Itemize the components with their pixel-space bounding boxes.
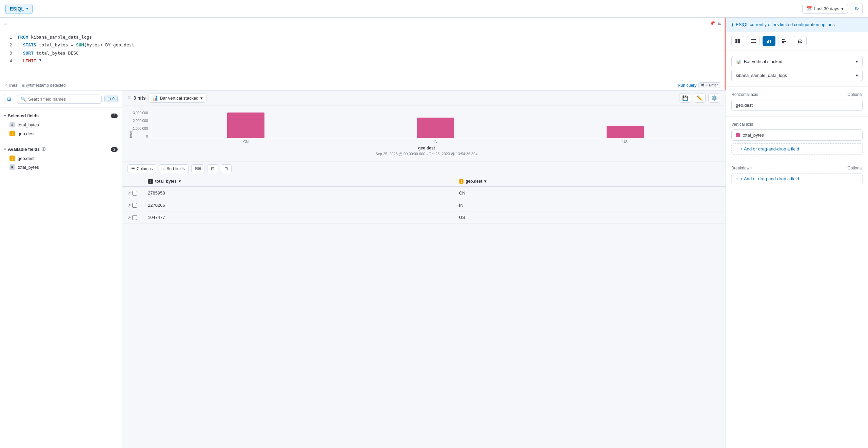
selected-fields-header[interactable]: ▾ Selected fields 2 [0, 111, 122, 120]
svg-rect-16 [800, 39, 801, 40]
svg-rect-15 [800, 41, 801, 43]
vertical-axis-field-label: total_bytes [743, 133, 764, 138]
bar-in-rect [417, 118, 454, 138]
esql-badge[interactable]: ES|QL ▾ [5, 4, 33, 14]
filter-badge[interactable]: ⊟ 0 [104, 96, 118, 102]
cell-total-bytes-1: 2785958 [142, 187, 454, 199]
table-row: ↗ 2785958 CN [122, 187, 726, 199]
th-geo-dest[interactable]: t geo.dest ▾ [454, 176, 726, 187]
bar-us-rect [607, 126, 644, 138]
col-name-geo-dest: geo.dest [466, 179, 482, 184]
table-row: ↗ 2270266 IN [122, 199, 726, 211]
available-fields-chevron-icon: ▾ [4, 147, 6, 151]
search-box: 🔍 [17, 95, 102, 104]
info-icon: ℹ [731, 22, 733, 27]
search-icon: 🔍 [21, 97, 26, 102]
vertical-axis-field-item[interactable]: total_bytes [731, 129, 863, 141]
chart-type-dropdown[interactable]: 📊 Bar vertical stacked ▾ [731, 56, 863, 67]
row-actions: ↗ [127, 215, 137, 220]
list-item[interactable]: # total_bytes [0, 163, 122, 171]
bar-horizontal-button[interactable] [778, 36, 791, 46]
bar-label-us: US [623, 140, 628, 144]
sort-fields-button[interactable]: ↕ Sort fields [159, 164, 188, 173]
run-query-button[interactable]: Run query ⌘ + Enter [678, 82, 720, 88]
svg-rect-0 [735, 39, 737, 41]
keyboard-icon: ⌨ [195, 166, 201, 171]
add-field-button[interactable]: ⊞ [4, 94, 14, 104]
row-checkbox[interactable] [132, 215, 137, 220]
y-tick: 0 [146, 135, 148, 138]
editor-line-3: 3 | SORT total_bytes DESC [5, 49, 720, 57]
svg-rect-7 [767, 41, 768, 43]
center-panel: ≡ 📌 ⊡ 1 FROM kibana_sample_data_logs 2 |… [0, 18, 726, 448]
right-toolbar [726, 32, 868, 50]
esql-label: ES|QL [10, 6, 24, 12]
expand-row-button[interactable]: ↗ [127, 215, 131, 220]
bar-stacked-button[interactable] [794, 36, 807, 46]
cell-total-bytes-3: 1047477 [142, 211, 454, 224]
editor-toolbar-right: 📌 ⊡ [710, 21, 722, 26]
add-breakdown-field-icon: + [736, 176, 738, 181]
svg-rect-17 [801, 42, 802, 43]
filter-button[interactable]: ⊟ [207, 164, 218, 173]
list-view-button[interactable] [747, 36, 760, 46]
add-vertical-field-button[interactable]: + + Add or drag-and-drop a field [731, 143, 863, 155]
available-fields-count: 2 [111, 147, 118, 152]
add-breakdown-field-button[interactable]: + + Add or drag-and-drop a field [731, 173, 863, 184]
cell-total-bytes-2: 2270266 [142, 199, 454, 211]
th-actions [122, 176, 142, 187]
full-screen-button[interactable]: ⊡ [221, 164, 232, 173]
bar-chart-view-button[interactable] [763, 36, 775, 46]
chart-type-chevron-icon: ▾ [200, 96, 203, 101]
search-input[interactable] [28, 97, 98, 102]
horizontal-axis-value[interactable]: geo.dest [731, 100, 863, 111]
editor-footer: 4 lines ⊞ @timestamp detected Run query … [0, 80, 726, 90]
chart-inner: 3,000,000 2,000,000 1,000,000 0 [133, 111, 720, 156]
hits-count-label: 3 hits [133, 95, 146, 101]
chart-type-selector[interactable]: 📊 Bar vertical stacked ▾ [149, 93, 206, 103]
list-item[interactable]: t geo.dest [0, 154, 122, 163]
editor-content[interactable]: 1 FROM kibana_sample_data_logs 2 | STATS… [0, 29, 726, 80]
edit-viz-button[interactable]: ✏️ [694, 93, 706, 103]
calendar-icon: 📅 [807, 6, 812, 11]
cell-geo-dest-2: IN [454, 199, 726, 211]
keyboard-button[interactable]: ⌨ [191, 164, 204, 173]
datasource-dropdown[interactable]: kibana_sample_data_logs ▾ [731, 70, 863, 81]
row-checkbox[interactable] [132, 203, 137, 208]
chart-type-label: Bar vertical stacked [160, 96, 198, 101]
editor-line-2: 2 | STATS total_bytes = SUM(bytes) BY ge… [5, 41, 720, 49]
run-shortcut-label: ⌘ + Enter [698, 82, 720, 88]
save-viz-button[interactable]: 💾 [679, 93, 691, 103]
table-view-button[interactable] [731, 36, 744, 46]
expand-row-button[interactable]: ↗ [127, 191, 131, 196]
col-type-badge-text: t [459, 179, 463, 184]
line-number: 2 [5, 41, 12, 49]
date-picker-button[interactable]: 📅 Last 30 days ▾ [802, 4, 848, 14]
columns-button[interactable]: ☰ Columns [127, 164, 156, 173]
hamburger-icon[interactable]: ≡ [4, 20, 8, 27]
viz-area: ≡ 3 hits 📊 Bar vertical stacked ▾ 💾 ✏️ ⚙… [122, 90, 726, 448]
calendar-chevron-icon: ▾ [841, 6, 844, 11]
sort-icon: ↕ [163, 166, 165, 171]
available-fields-header[interactable]: ▾ Available fields ⓘ 2 [0, 145, 122, 154]
date-range-label: Last 30 days [814, 6, 839, 11]
selected-fields-section: ▾ Selected fields 2 # total_bytes t geo.… [0, 108, 122, 141]
timestamp-label: ⊞ @timestamp detected [21, 83, 66, 88]
chart-type-section: 📊 Bar vertical stacked ▾ kibana_sample_d… [726, 50, 868, 87]
settings-viz-button[interactable]: ⚙️ [708, 93, 720, 103]
row-actions: ↗ [127, 191, 137, 196]
panel-icon[interactable]: ⊡ [718, 21, 722, 26]
pin-icon[interactable]: 📌 [710, 21, 715, 26]
svg-rect-5 [751, 41, 756, 41]
list-item[interactable]: # total_bytes [0, 120, 122, 129]
row-actions-cell: ↗ [122, 187, 142, 199]
refresh-button[interactable]: ↻ [851, 3, 863, 14]
bar-labels: CN IN US [151, 138, 721, 144]
expand-row-button[interactable]: ↗ [127, 203, 131, 208]
th-total-bytes[interactable]: # total_bytes ▾ [142, 176, 454, 187]
svg-rect-10 [782, 39, 785, 40]
list-item[interactable]: t geo.dest [0, 129, 122, 138]
available-fields-help-icon[interactable]: ⓘ [42, 147, 45, 152]
editor-error-indicator [724, 18, 726, 90]
row-checkbox[interactable] [132, 191, 137, 196]
